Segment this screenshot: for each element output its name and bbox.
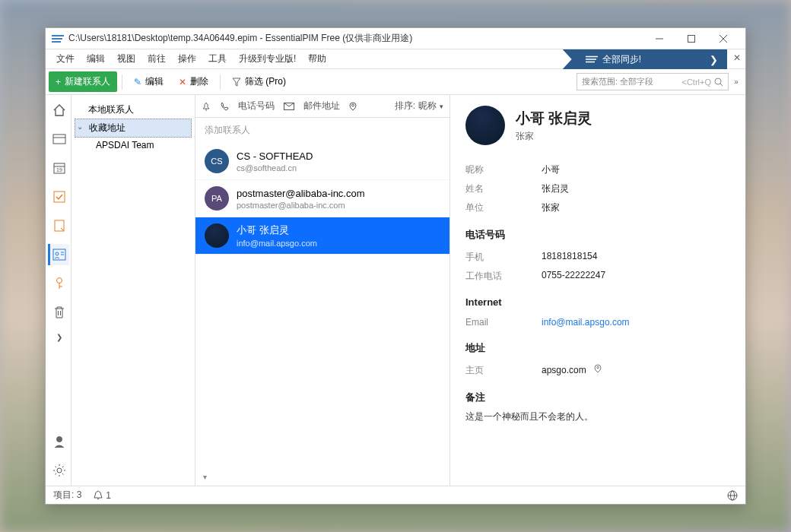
workphone-value: 0755-22222247 [542,270,605,283]
contact-row-selected[interactable]: 小哥 张启灵 info@mail.apsgo.com [195,217,450,255]
chevron-down-icon[interactable]: ▾ [440,103,443,110]
statusbar: 项目: 3 1 [46,486,745,504]
avatar-photo [205,223,229,248]
minimize-button[interactable] [643,28,675,49]
rail-card-icon[interactable] [48,128,69,150]
rail-more-icon[interactable]: ❯ [48,331,69,343]
homepage-label: 主页 [465,364,542,377]
close-button[interactable] [707,28,739,49]
svg-point-22 [57,437,62,442]
header-phone-label[interactable]: 电话号码 [238,100,275,112]
tree-favorites[interactable]: ⌄ 收藏地址 [75,119,192,138]
svg-point-4 [715,78,721,84]
contact-row[interactable]: CS CS - SOFTHEAD cs@softhead.cn [195,143,450,180]
rail-settings-icon[interactable] [48,460,69,481]
filter-button[interactable]: 筛选 (Pro) [225,71,293,92]
app-window: C:\Users\18181\Desktop\temp.34A06449.epi… [45,27,746,505]
svg-rect-11 [54,192,65,202]
nickname-value: 小哥 [542,163,560,176]
sort-field[interactable]: 昵称 [418,100,437,112]
menu-edit[interactable]: 编辑 [81,49,111,68]
homepage-value[interactable]: apsgo.com [542,364,602,377]
list-header: 电话号码 邮件地址 排序: 昵称 ▾ [195,95,450,118]
rail-contacts-icon[interactable] [48,244,69,265]
edit-button[interactable]: ✎ 编辑 [127,71,170,92]
rail-passwords-icon[interactable] [48,273,69,294]
mail-icon[interactable] [284,103,294,110]
search-icon [714,78,723,87]
sync-banner-close-icon[interactable]: ✕ [733,52,741,63]
status-items-count: 项目: 3 [53,489,81,502]
contact-name: 小哥 张启灵 [237,223,317,237]
window-title: C:\Users\18181\Desktop\temp.34A06449.epi… [68,32,643,45]
delete-button[interactable]: ✕ 删除 [172,71,215,92]
address-section-title: 地址 [465,341,730,355]
filter-label: 筛选 (Pro) [245,75,286,88]
sync-banner[interactable]: 全部同步! [563,49,727,69]
rail-calendar-icon[interactable]: 19 [48,157,69,179]
nickname-label: 昵称 [465,163,542,176]
maximize-button[interactable] [675,28,707,49]
x-icon: ✕ [179,77,186,87]
new-contact-label: 新建联系人 [65,75,110,88]
pin-icon[interactable] [202,102,211,111]
company-label: 单位 [465,201,542,214]
menu-tools[interactable]: 工具 [202,49,233,68]
bell-icon [94,490,103,500]
rail-notes-icon[interactable] [48,215,69,236]
svg-rect-6 [53,135,65,144]
status-bell[interactable]: 1 [94,490,111,501]
tree-item-team[interactable]: APSDAI Team [75,138,192,153]
rail-user-icon[interactable] [48,431,69,452]
rail-home-icon[interactable] [48,100,69,121]
pencil-icon: ✎ [134,77,141,87]
app-logo-icon [52,34,64,43]
avatar: PA [205,186,229,211]
svg-line-5 [720,84,723,86]
svg-point-23 [57,468,62,473]
email-link[interactable]: info@mail.apsgo.com [542,317,630,328]
detail-name: 小哥 张启灵 [516,109,592,128]
plus-icon: + [56,77,61,87]
new-contact-button[interactable]: + 新建联系人 [49,71,117,92]
separator [220,74,221,90]
svg-point-26 [596,366,599,369]
rail-tasks-icon[interactable] [48,186,69,207]
menu-view[interactable]: 视图 [111,49,141,68]
toolbar-chevron-icon[interactable]: » [730,78,742,86]
contact-row[interactable]: PA postmaster@alibaba-inc.com postmaster… [195,180,450,217]
contact-list: 电话号码 邮件地址 排序: 昵称 ▾ 添加联系人 CS CS - SOFTHEA… [195,95,450,486]
contact-email: postmaster@alibaba-inc.com [237,201,365,210]
header-mail-label[interactable]: 邮件地址 [303,100,340,112]
rail-trash-icon[interactable] [48,302,69,323]
svg-rect-1 [688,35,695,42]
contact-email: info@mail.apsgo.com [237,239,317,248]
location-icon[interactable] [349,102,357,111]
menu-file[interactable]: 文件 [50,49,81,68]
svg-point-25 [352,104,354,106]
separator [122,74,122,90]
location-icon[interactable] [594,365,602,375]
list-chevron-icon[interactable]: ▾ [195,468,450,486]
phone-icon[interactable] [220,102,229,111]
svg-point-17 [57,278,62,283]
add-contact-input[interactable]: 添加联系人 [195,118,450,143]
tree-local-contacts[interactable]: 本地联系人 [75,101,192,119]
sort-label: 排序: [395,100,415,112]
edit-label: 编辑 [145,75,164,88]
detail-panel: 小哥 张启灵 张家 昵称小哥 姓名张启灵 单位张家 电话号码 手机1818181… [450,95,745,486]
menu-action[interactable]: 操作 [172,49,202,68]
folder-tree: 本地联系人 ⌄ 收藏地址 APSDAI Team [71,95,195,486]
search-shortcut: <Ctrl+Q [681,78,711,87]
toolbar: + 新建联系人 ✎ 编辑 ✕ 删除 筛选 (Pro) 搜索范围: 全部字段 <C… [46,69,745,95]
mobile-label: 手机 [465,251,542,264]
menu-upgrade[interactable]: 升级到专业版! [233,49,302,68]
menu-help[interactable]: 帮助 [302,49,332,68]
svg-point-14 [56,252,59,255]
titlebar: C:\Users\18181\Desktop\temp.34A06449.epi… [46,28,745,49]
contact-email: cs@softhead.cn [237,163,313,173]
menu-go[interactable]: 前往 [141,49,172,68]
internet-section-title: Internet [465,296,730,308]
search-input[interactable]: 搜索范围: 全部字段 <Ctrl+Q [577,73,729,90]
globe-icon[interactable] [727,490,738,501]
